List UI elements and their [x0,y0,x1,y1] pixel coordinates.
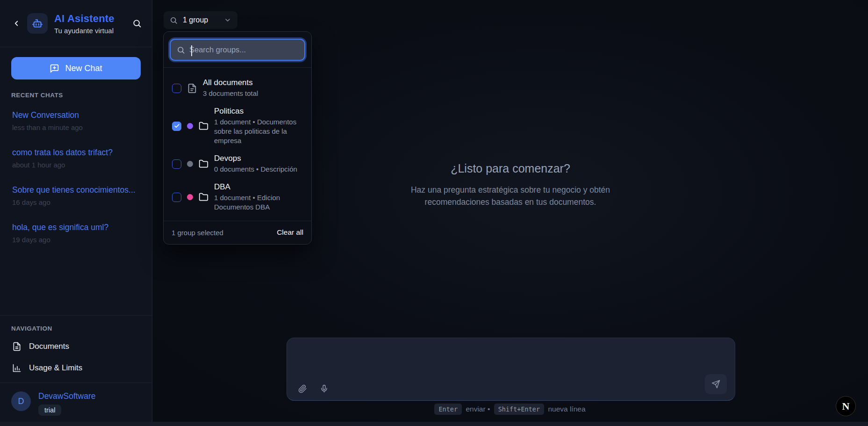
chat-time: less than a minute ago [12,123,140,131]
enter-key-badge: Enter [434,404,462,415]
sidebar-header: AI Asistente Tu ayudante virtual [0,0,152,47]
list-item-group[interactable]: Politicas 1 document • Documentos sobre … [170,102,305,150]
new-chat-label: New Chat [65,64,102,73]
group-selector-label: 1 group [183,16,208,24]
group-dropdown-panel: All documents 3 documents total Politica… [163,31,312,245]
user-name: DevawSoftware [38,391,96,401]
chat-title: New Conversation [12,110,140,120]
empty-state-heading: ¿Listo para comenzar? [347,162,674,175]
row-title: All documents [203,78,258,87]
group-search-input[interactable] [189,45,298,54]
robot-icon [31,17,43,29]
user-profile[interactable]: D DevawSoftware trial [0,383,152,426]
group-search-area [164,32,311,68]
list-item-group[interactable]: DBA 1 document • Edicion Documentos DBA [170,178,305,216]
row-text: DBA 1 document • Edicion Documentos DBA [214,182,303,212]
chat-time: 16 days ago [12,198,140,206]
message-input[interactable] [296,345,725,373]
avatar: D [11,391,31,411]
folder-icon [199,192,208,202]
navigation-section: NAVIGATION Documents Usage & Limits [0,315,152,383]
group-description: 1 document • Edicion Documentos DBA [214,193,303,212]
navigation-label: NAVIGATION [11,325,141,332]
row-text: Politicas 1 document • Documentos sobre … [214,107,303,145]
group-name: Politicas [214,107,303,116]
file-text-icon [12,342,22,351]
paperclip-icon [298,384,307,393]
group-search-box[interactable] [170,39,305,61]
group-name: DBA [214,182,303,192]
mic-button[interactable] [320,384,329,393]
chevron-left-icon [12,19,21,28]
chat-item[interactable]: Sobre que tienes conocimientos... 16 day… [6,180,146,211]
hint-text: nueva línea [548,405,585,413]
message-square-plus-icon [50,64,59,73]
list-item-all-documents[interactable]: All documents 3 documents total [170,74,305,102]
folder-icon [199,121,208,131]
group-dropdown-footer: 1 group selected Clear all [164,221,311,244]
group-selector-button[interactable]: 1 group [164,11,237,29]
text-caret [191,45,192,56]
sidebar-item-documents[interactable]: Documents [6,336,146,357]
group-name: Devops [214,154,297,163]
app-logo [27,13,48,34]
group-checkbox[interactable] [172,122,181,131]
collapse-sidebar-button[interactable] [12,19,21,28]
chat-title: como trata los datos trifact? [12,148,140,158]
plan-badge: trial [38,404,61,416]
bottom-strip [0,422,868,426]
group-description: 0 documents • Descripción [214,165,297,174]
chat-title: hola, que es significa uml? [12,223,140,232]
empty-state-subheading: Haz una pregunta estratégica sobre tu ne… [401,184,620,208]
bar-chart-icon [12,363,22,373]
folder-icon [199,159,208,169]
group-checkbox[interactable] [172,159,181,169]
search-icon [132,19,142,28]
recent-chats-label: RECENT CHATS [11,92,141,99]
group-list: All documents 3 documents total Politica… [164,68,311,221]
group-color-dot [187,194,193,200]
search-icon [177,46,185,54]
sidebar-item-usage-limits[interactable]: Usage & Limits [6,357,146,379]
chat-item[interactable]: como trata los datos trifact? about 1 ho… [6,143,146,174]
chat-list: New Conversation less than a minute ago … [0,99,152,315]
composer-tools [298,384,329,393]
microphone-icon [320,384,329,393]
group-color-dot [187,123,193,129]
nav-item-label: Documents [29,342,69,351]
send-button[interactable] [705,374,727,394]
clear-all-button[interactable]: Clear all [277,228,303,237]
row-text: All documents 3 documents total [203,78,258,98]
send-icon [711,380,720,389]
group-checkbox[interactable] [172,193,181,202]
app-title: AI Asistente [54,13,126,25]
sidebar: AI Asistente Tu ayudante virtual New Cha… [0,0,152,426]
message-composer [287,338,735,401]
shift-enter-key-badge: Shift+Enter [494,404,544,415]
brand-letter: N [842,400,850,412]
chat-time: 19 days ago [12,236,140,244]
row-text: Devops 0 documents • Descripción [214,154,297,174]
app-titles: AI Asistente Tu ayudante virtual [54,13,126,35]
empty-state: ¿Listo para comenzar? Haz una pregunta e… [347,162,674,208]
group-color-dot [187,161,193,167]
all-documents-checkbox[interactable] [172,84,181,93]
file-text-icon [187,83,197,94]
chat-time: about 1 hour ago [12,161,140,169]
chat-item[interactable]: New Conversation less than a minute ago [6,105,146,137]
row-description: 3 documents total [203,89,258,98]
group-description: 1 document • Documentos sobre las politi… [214,117,303,145]
brand-logo-button[interactable]: N [836,396,856,416]
app-subtitle: Tu ayudante virtual [54,27,126,35]
chat-title: Sobre que tienes conocimientos... [12,185,140,195]
chevron-down-icon [224,16,231,24]
selected-count: 1 group selected [172,229,223,237]
new-chat-button[interactable]: New Chat [11,57,141,79]
list-item-group[interactable]: Devops 0 documents • Descripción [170,150,305,178]
keyboard-hints: Enter enviar • Shift+Enter nueva línea [287,405,735,413]
nav-item-label: Usage & Limits [29,363,82,373]
chat-item[interactable]: hola, que es significa uml? 19 days ago [6,217,146,249]
attach-button[interactable] [298,384,307,393]
user-info: DevawSoftware trial [38,391,96,416]
sidebar-search-button[interactable] [132,19,142,28]
